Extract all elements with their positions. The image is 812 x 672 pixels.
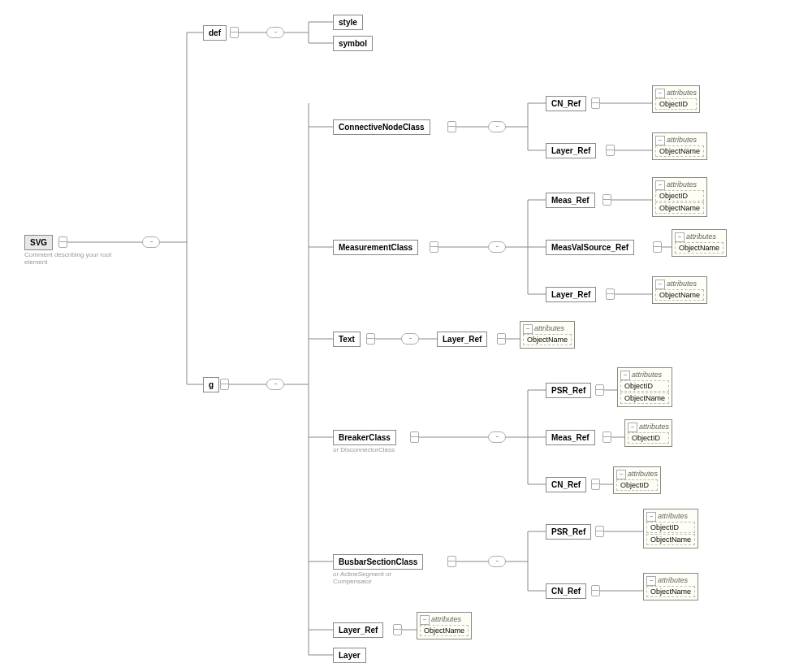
node-cn-ref-1-label: CN_Ref (551, 99, 581, 108)
node-g[interactable]: g (203, 377, 219, 392)
stub-psrref2 (595, 526, 603, 537)
connector-cnc: ··· (488, 121, 506, 132)
node-mvsr-label: MeasValSource_Ref (551, 243, 628, 252)
node-layer-ref-1[interactable]: Layer_Ref (546, 143, 596, 158)
node-connectivenodeclass[interactable]: ConnectiveNodeClass (333, 119, 430, 135)
connector-mc: ··· (488, 241, 506, 253)
attr-item: ObjectName (646, 534, 695, 545)
attrs-title: attributes (620, 371, 669, 379)
node-meas-ref-2-label: Meas_Ref (551, 433, 590, 442)
attrs-title: attributes (655, 280, 704, 288)
attrs-lref3: attributes ObjectName (520, 321, 575, 349)
attrs-lref4: attributes ObjectName (417, 612, 472, 639)
stub-lref4 (393, 624, 400, 635)
node-def-label: def (209, 28, 221, 37)
connector-text: ··· (401, 333, 419, 345)
node-cn-ref-2[interactable]: CN_Ref (546, 477, 586, 492)
node-svg-label: SVG (30, 238, 47, 247)
node-measurementclass[interactable]: MeasurementClass (333, 240, 418, 255)
stub-cnc (447, 121, 455, 132)
stub-lref3 (497, 333, 504, 345)
node-layer-ref-3[interactable]: Layer_Ref (437, 332, 487, 347)
node-cnc-label: ConnectiveNodeClass (339, 123, 425, 132)
node-style[interactable]: style (333, 15, 363, 30)
node-cn-ref-3-label: CN_Ref (551, 587, 581, 596)
attrs-lref1: attributes ObjectName (652, 132, 707, 160)
attrs-cnref3: attributes ObjectName (643, 573, 698, 600)
node-bc-label: BreakerClass (339, 433, 391, 442)
attr-item: ObjectID (620, 380, 669, 392)
node-cn-ref-1[interactable]: CN_Ref (546, 96, 586, 111)
node-layer-ref-3-label: Layer_Ref (443, 335, 482, 344)
attrs-measref1: attributes ObjectID ObjectName (652, 177, 707, 217)
node-bsc-label: BusbarSectionClass (339, 557, 417, 566)
node-svg[interactable]: SVG (24, 235, 53, 250)
stub-cnref2 (591, 479, 598, 490)
node-def[interactable]: def (203, 25, 227, 41)
node-layer-ref-2[interactable]: Layer_Ref (546, 287, 596, 302)
attrs-psrref2: attributes ObjectID ObjectName (643, 509, 698, 548)
attr-item: ObjectID (655, 98, 697, 110)
stub-svg (58, 236, 66, 248)
attrs-title: attributes (628, 423, 669, 431)
node-meas-ref-2[interactable]: Meas_Ref (546, 430, 595, 445)
attr-item: ObjectID (646, 522, 695, 533)
connector-g: ··· (266, 379, 284, 390)
attrs-title: attributes (655, 136, 704, 144)
attr-item: ObjectID (616, 479, 658, 491)
stub-measref2 (603, 431, 610, 443)
node-meas-ref-1[interactable]: Meas_Ref (546, 193, 595, 208)
node-layer[interactable]: Layer (333, 648, 366, 663)
stub-bc (410, 431, 417, 443)
node-layer-ref-4-label: Layer_Ref (339, 626, 378, 635)
stub-text (366, 333, 374, 345)
node-symbol[interactable]: symbol (333, 36, 373, 51)
node-psr-ref-2[interactable]: PSR_Ref (546, 524, 591, 540)
node-layer-ref-1-label: Layer_Ref (551, 146, 590, 155)
connector-def: ··· (266, 27, 284, 38)
stub-def (230, 27, 237, 38)
attr-item: ObjectName (655, 289, 704, 301)
stub-mc (430, 241, 437, 253)
attrs-measref2: attributes ObjectID (624, 419, 672, 447)
stub-cnref1 (591, 98, 598, 109)
node-layer-ref-2-label: Layer_Ref (551, 290, 590, 299)
connector-root: ··· (142, 236, 160, 248)
node-layer-ref-4[interactable]: Layer_Ref (333, 622, 383, 638)
attrs-title: attributes (655, 180, 704, 189)
node-psr-ref-1[interactable]: PSR_Ref (546, 383, 591, 398)
node-measvalsource-ref[interactable]: MeasValSource_Ref (546, 240, 634, 255)
comment-bc: or DisconnectorClass (333, 446, 430, 453)
attr-item: ObjectID (655, 190, 704, 202)
stub-bsc (447, 556, 455, 567)
attrs-title: attributes (655, 89, 697, 97)
comment-root: Comment describing your root element (24, 251, 122, 266)
attrs-title: attributes (523, 324, 572, 332)
attrs-title: attributes (646, 576, 695, 584)
node-text-label: Text (339, 335, 355, 344)
node-style-label: style (339, 18, 357, 27)
attr-item: ObjectName (646, 586, 695, 597)
node-psr-ref-2-label: PSR_Ref (551, 527, 585, 536)
node-symbol-label: symbol (339, 39, 367, 48)
stub-measref1 (603, 194, 610, 206)
node-breakerclass[interactable]: BreakerClass (333, 430, 396, 445)
attr-item: ObjectName (420, 625, 469, 636)
node-text[interactable]: Text (333, 332, 361, 347)
node-busbarsectionclass[interactable]: BusbarSectionClass (333, 554, 423, 570)
attr-item: ObjectID (628, 432, 669, 444)
attrs-title: attributes (616, 470, 658, 478)
node-cn-ref-3[interactable]: CN_Ref (546, 583, 586, 599)
node-psr-ref-1-label: PSR_Ref (551, 386, 585, 395)
attrs-cnref2: attributes ObjectID (613, 466, 661, 494)
attrs-title: attributes (675, 232, 723, 241)
connector-bc: ··· (488, 431, 506, 443)
connector-bsc: ··· (488, 556, 506, 567)
attrs-cnref1: attributes ObjectID (652, 85, 700, 113)
attr-item: ObjectName (675, 242, 723, 254)
stub-mvsr (653, 241, 660, 253)
attrs-mvsr: attributes ObjectName (672, 229, 727, 257)
stub-lref1 (606, 145, 613, 156)
node-mc-label: MeasurementClass (339, 243, 412, 252)
attrs-psrref1: attributes ObjectID ObjectName (617, 367, 672, 407)
